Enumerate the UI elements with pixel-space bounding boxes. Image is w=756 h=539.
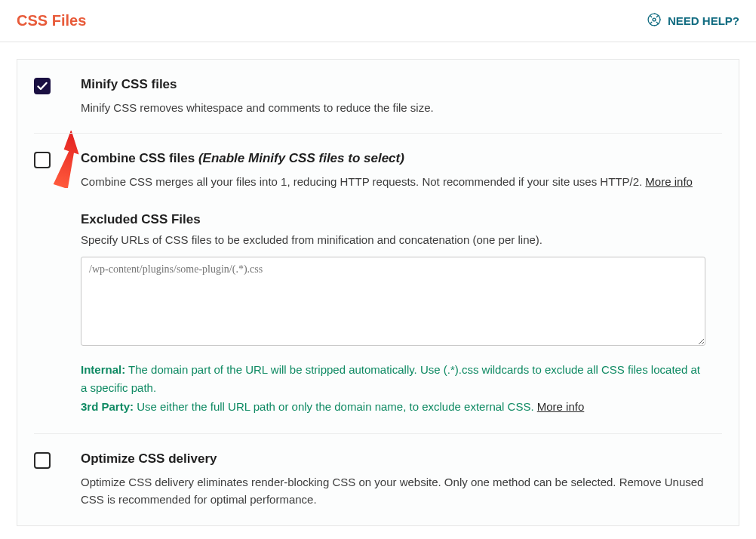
combine-more-info-link[interactable]: More info — [645, 175, 693, 188]
excluded-css-section: Excluded CSS Files Specify URLs of CSS f… — [34, 199, 722, 434]
excluded-title: Excluded CSS Files — [81, 212, 705, 227]
minify-css-checkbox[interactable] — [34, 78, 51, 94]
need-help-label: NEED HELP? — [668, 14, 739, 27]
hint-internal-label: Internal: — [81, 363, 125, 376]
option-optimize-css: Optimize CSS delivery Optimize CSS deliv… — [34, 434, 722, 525]
minify-css-desc: Minify CSS removes whitespace and commen… — [81, 99, 705, 116]
excluded-hints: Internal: The domain part of the URL wil… — [81, 361, 705, 417]
option-minify-css: Minify CSS files Minify CSS removes whit… — [34, 60, 722, 134]
settings-panel: Minify CSS files Minify CSS removes whit… — [17, 59, 739, 526]
svg-point-1 — [653, 18, 656, 21]
need-help-button[interactable]: NEED HELP? — [647, 12, 739, 29]
page-title: CSS Files — [17, 12, 86, 29]
combine-css-desc: Combine CSS merges all your files into 1… — [81, 173, 705, 190]
hint-3rd-label: 3rd Party: — [81, 400, 134, 413]
minify-css-title: Minify CSS files — [81, 76, 705, 93]
optimize-css-title: Optimize CSS delivery — [81, 451, 705, 467]
help-icon — [647, 12, 662, 29]
combine-css-title: Combine CSS files (Enable Minify CSS fil… — [81, 150, 705, 167]
combine-css-suffix: (Enable Minify CSS files to select) — [198, 151, 404, 165]
hint-3rd-text: Use either the full URL path or only the… — [134, 400, 537, 413]
combine-css-checkbox[interactable] — [34, 152, 51, 168]
excluded-more-info-link[interactable]: More info — [537, 400, 585, 413]
excluded-css-textarea[interactable] — [81, 257, 705, 346]
page-header: CSS Files NEED HELP? — [0, 0, 756, 42]
optimize-css-desc: Optimize CSS delivery eliminates render-… — [81, 473, 705, 509]
excluded-desc: Specify URLs of CSS files to be excluded… — [81, 233, 705, 246]
option-combine-css: Combine CSS files (Enable Minify CSS fil… — [34, 134, 722, 198]
hint-internal-text: The domain part of the URL will be strip… — [81, 363, 700, 395]
optimize-css-checkbox[interactable] — [34, 452, 51, 469]
